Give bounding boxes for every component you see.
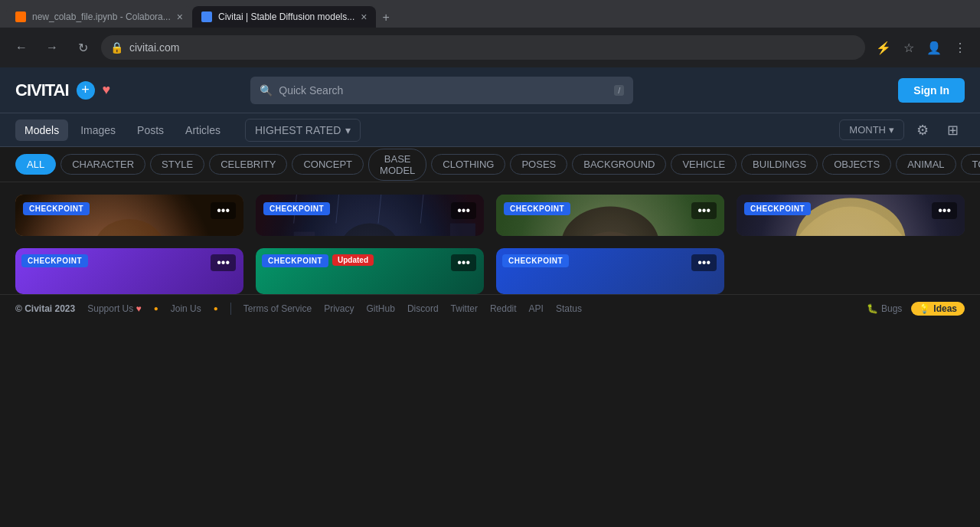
bottom-card-row: CHECKPOINT ••• CHECKPOINT Updated ••• CH… (0, 248, 980, 294)
card-epicrealism[interactable]: CHECKPOINT ••• epiCRealism ★★★★★ 305 ♥ 3… (496, 195, 724, 236)
right-controls: MONTH ▾ ⚙ ⊞ (839, 119, 965, 142)
cat-pill-buildings[interactable]: BUILDINGS (741, 154, 818, 175)
footer-twitter[interactable]: Twitter (451, 303, 478, 314)
new-tab-button[interactable]: + (376, 8, 395, 28)
cat-pill-all[interactable]: ALL (15, 154, 56, 175)
bottom-badge-3: CHECKPOINT (502, 254, 569, 267)
footer: © Civitai 2023 Support Us ♥ ● Join Us ● … (0, 294, 980, 322)
nav-tab-images[interactable]: Images (71, 119, 125, 141)
tab-1[interactable]: new_colab_file.ipynb - Colabora... × (6, 6, 192, 28)
nav-tab-articles[interactable]: Articles (176, 119, 230, 141)
footer-tos[interactable]: Terms of Service (243, 303, 312, 314)
bottom-card-2[interactable]: CHECKPOINT Updated ••• (256, 248, 484, 294)
svg-rect-45 (737, 195, 965, 236)
cat-pill-tool[interactable]: TOOL (961, 154, 980, 175)
cat-pill-vehicle[interactable]: VEHICLE (671, 154, 737, 175)
footer-copyright: © Civitai 2023 (15, 303, 75, 314)
bookmark-button[interactable]: ☆ (899, 36, 919, 60)
cat-pill-base-model[interactable]: BASE MODEL (368, 149, 426, 181)
card-badge-1: CHECKPOINT (23, 202, 90, 215)
cat-pill-background[interactable]: BACKGROUND (572, 154, 666, 175)
heart-icon-footer: ♥ (136, 303, 142, 314)
logo-area: CIVITAI + ♥ (15, 80, 110, 100)
tab-2[interactable]: Civitai | Stable Diffusion models... × (192, 6, 377, 28)
card-menu-1[interactable]: ••• (211, 202, 236, 219)
logo-heart-icon[interactable]: ♥ (103, 82, 111, 98)
address-bar[interactable]: 🔒 civitai.com (101, 35, 865, 60)
more-button[interactable]: ⋮ (949, 36, 971, 60)
back-button[interactable]: ← (9, 35, 34, 60)
nav-tab-models[interactable]: Models (15, 119, 68, 141)
footer-reddit[interactable]: Reddit (490, 303, 517, 314)
grid-layout-button[interactable]: ⊞ (941, 119, 965, 142)
svg-point-23 (340, 224, 399, 236)
extensions-button[interactable]: ⚡ (871, 36, 896, 60)
svg-rect-0 (15, 195, 243, 236)
cat-pill-clothing[interactable]: CLOTHING (431, 154, 505, 175)
period-chevron-icon: ▾ (889, 124, 894, 136)
bottom-card-menu-3[interactable]: ••• (691, 254, 717, 271)
card-menu-4[interactable]: ••• (932, 202, 957, 219)
footer-discord[interactable]: Discord (407, 303, 439, 314)
model-grid: CHECKPOINT ••• DreamShaper ★★★★★ 225 ♥ 2… (0, 182, 980, 248)
cat-pill-objects[interactable]: OBJECTS (822, 154, 891, 175)
header: CIVITAI + ♥ 🔍 Quick Search / Sign In (0, 67, 980, 113)
tab-label-2: Civitai | Stable Diffusion models... (218, 11, 354, 22)
bottom-card-3[interactable]: CHECKPOINT ••• (496, 248, 724, 294)
card-badge-2: CHECKPOINT (263, 202, 330, 215)
tab-favicon-1 (15, 11, 26, 22)
cat-pill-animal[interactable]: ANIMAL (896, 154, 956, 175)
card-image-2 (256, 195, 484, 236)
card-image-4 (737, 195, 965, 236)
search-bar[interactable]: 🔍 Quick Search / (250, 77, 633, 104)
cat-pill-concept[interactable]: CONCEPT (292, 154, 364, 175)
svg-rect-12 (256, 195, 484, 236)
footer-support[interactable]: Support Us ♥ (87, 303, 142, 314)
sort-button[interactable]: HIGHEST RATED ▾ (245, 119, 361, 142)
cat-pill-character[interactable]: CHARACTER (60, 154, 145, 175)
sign-in-button[interactable]: Sign In (898, 78, 965, 103)
card-dreamshaper[interactable]: CHECKPOINT ••• DreamShaper ★★★★★ 225 ♥ 2… (15, 195, 243, 236)
bugs-button[interactable]: 🐛 Bugs (867, 302, 902, 316)
support-badge: ● (154, 304, 158, 313)
svg-line-29 (420, 195, 425, 224)
cat-pill-style[interactable]: STYLE (150, 154, 204, 175)
svg-rect-31 (496, 195, 724, 236)
refresh-button[interactable]: ↻ (70, 35, 95, 60)
profile-button[interactable]: 👤 (922, 36, 946, 60)
period-button[interactable]: MONTH ▾ (839, 119, 904, 140)
footer-status[interactable]: Status (556, 303, 582, 314)
cat-pill-celebrity[interactable]: CELEBRITY (209, 154, 287, 175)
footer-privacy[interactable]: Privacy (324, 303, 354, 314)
footer-join[interactable]: Join Us (171, 303, 201, 314)
svg-point-35 (561, 206, 659, 236)
forward-button[interactable]: → (40, 35, 64, 60)
bottom-badge-2: CHECKPOINT (262, 254, 328, 267)
card-image-1 (15, 195, 243, 236)
card-menu-3[interactable]: ••• (691, 202, 717, 219)
nav-tab-posts[interactable]: Posts (128, 119, 173, 141)
svg-point-32 (543, 232, 678, 236)
bottom-card-menu-1[interactable]: ••• (211, 254, 236, 271)
tab-bar: new_colab_file.ipynb - Colabora... × Civ… (0, 0, 980, 28)
bottom-card-menu-2[interactable]: ••• (451, 254, 476, 271)
card-badge-3: CHECKPOINT (504, 202, 570, 215)
filter-button[interactable]: ⚙ (910, 119, 935, 142)
logo-add-button[interactable]: + (77, 81, 95, 100)
footer-right: 🐛 Bugs 💡 Ideas (867, 302, 965, 316)
footer-github[interactable]: GitHub (367, 303, 395, 314)
tab-close-1[interactable]: × (177, 11, 183, 23)
footer-api[interactable]: API (529, 303, 544, 314)
address-bar-row: ← → ↻ 🔒 civitai.com ⚡ ☆ 👤 ⋮ (0, 28, 980, 67)
bulb-icon: 💡 (919, 303, 930, 314)
sort-chevron-icon: ▾ (345, 124, 351, 136)
card-menu-2[interactable]: ••• (451, 202, 476, 219)
cat-pill-poses[interactable]: POSES (510, 154, 567, 175)
svg-line-27 (336, 195, 341, 224)
card-cetus-mix[interactable]: CHECKPOINT ••• Cetus-Mix ★★★★★ 225 ♥ 2.7… (256, 195, 484, 236)
bottom-card-1[interactable]: CHECKPOINT ••• (15, 248, 243, 294)
tab-close-2[interactable]: × (361, 11, 367, 23)
bug-icon: 🐛 (867, 303, 878, 314)
ideas-button[interactable]: 💡 Ideas (911, 302, 965, 316)
card-xxmix[interactable]: CHECKPOINT ••• XXMix_9realistic ★★★★★ 19… (737, 195, 965, 236)
